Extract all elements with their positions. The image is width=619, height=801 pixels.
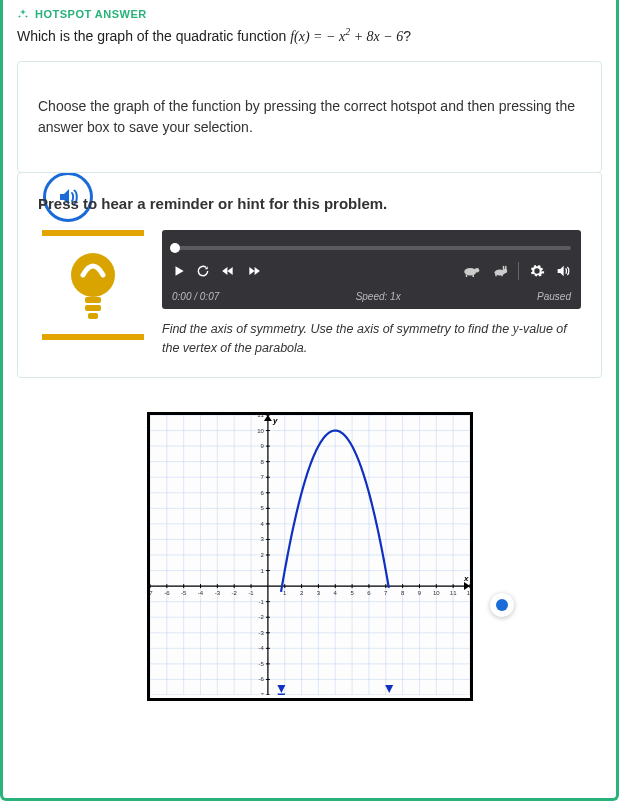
svg-text:-5: -5: [181, 590, 187, 596]
hint-body: Find the axis of symmetry. Use the axis …: [162, 319, 581, 357]
gear-icon: [529, 263, 545, 279]
rewind-icon: [220, 264, 236, 278]
question-formula: f(x) = − x2 + 8x − 6: [290, 29, 403, 44]
play-icon: [172, 264, 186, 278]
svg-text:12: 12: [466, 590, 469, 596]
svg-rect-7: [473, 274, 475, 276]
forward-icon: [246, 264, 262, 278]
player-state: Paused: [537, 291, 571, 302]
instruction-card: Choose the graph of the function by pres…: [17, 61, 602, 173]
audio-player: 0:00 / 0:07 Speed: 1x Paused: [162, 230, 581, 309]
svg-text:-3: -3: [258, 630, 264, 636]
question-suffix: ?: [403, 28, 411, 44]
svg-text:-2: -2: [231, 590, 237, 596]
svg-text:4: 4: [333, 590, 337, 596]
player-time: 0:00 / 0:07: [172, 291, 219, 302]
volume-icon: [555, 263, 571, 279]
volume-button[interactable]: [555, 263, 571, 279]
fast-button[interactable]: [490, 264, 508, 278]
question-type-label: HOTSPOT ANSWER: [35, 8, 147, 20]
svg-text:x: x: [463, 574, 469, 583]
settings-button[interactable]: [529, 263, 545, 279]
turtle-icon: [462, 264, 480, 278]
svg-text:10: 10: [432, 590, 439, 596]
svg-point-5: [475, 268, 480, 273]
instruction-text: Choose the graph of the function by pres…: [38, 96, 581, 138]
player-speed: Speed: 1x: [219, 291, 537, 302]
svg-text:-6: -6: [164, 590, 170, 596]
question-stem: Which is the graph of the quadratic func…: [17, 26, 602, 45]
svg-rect-11: [505, 265, 507, 270]
hint-thumbnail: [38, 230, 148, 340]
slow-button[interactable]: [462, 264, 480, 278]
svg-text:11: 11: [449, 590, 456, 596]
svg-text:-1: -1: [248, 590, 254, 596]
hint-card: Press to hear a reminder or hint for thi…: [17, 172, 602, 378]
svg-text:-7: -7: [258, 692, 264, 695]
svg-rect-1: [85, 297, 101, 303]
svg-text:-2: -2: [258, 614, 264, 620]
svg-text:-4: -4: [258, 645, 264, 651]
forward-button[interactable]: [246, 264, 262, 278]
svg-rect-12: [495, 274, 497, 276]
graph-container: xy-7-6-5-4-3-2-1123456789101112-7-6-5-4-…: [17, 412, 602, 701]
control-divider: [518, 262, 519, 280]
svg-text:-3: -3: [214, 590, 220, 596]
progress-knob[interactable]: [170, 243, 180, 253]
svg-rect-6: [466, 274, 468, 276]
sparkle-icon: [17, 8, 29, 20]
svg-text:-6: -6: [258, 677, 264, 683]
svg-text:y: y: [271, 416, 277, 425]
svg-text:3: 3: [316, 590, 320, 596]
svg-text:-5: -5: [258, 661, 264, 667]
svg-text:9: 9: [417, 590, 421, 596]
reload-button[interactable]: [196, 264, 210, 278]
svg-rect-3: [88, 313, 98, 319]
svg-point-4: [464, 268, 476, 276]
rewind-button[interactable]: [220, 264, 236, 278]
reload-icon: [196, 264, 210, 278]
svg-text:7: 7: [384, 590, 388, 596]
question-type-header: HOTSPOT ANSWER: [17, 8, 602, 20]
hint-body-prefix: Find the axis of symmetry. Use the axis …: [162, 322, 513, 336]
progress-bar[interactable]: [172, 246, 571, 250]
question-prefix: Which is the graph of the quadratic func…: [17, 28, 290, 44]
svg-rect-10: [503, 265, 505, 270]
play-button[interactable]: [172, 264, 186, 278]
graph-option-1[interactable]: xy-7-6-5-4-3-2-1123456789101112-7-6-5-4-…: [147, 412, 473, 701]
svg-rect-13: [501, 274, 503, 276]
graph-plot: xy-7-6-5-4-3-2-1123456789101112-7-6-5-4-…: [150, 415, 470, 695]
rabbit-icon: [490, 264, 508, 278]
svg-text:8: 8: [400, 590, 404, 596]
svg-rect-2: [85, 305, 101, 311]
svg-text:6: 6: [367, 590, 371, 596]
svg-text:10: 10: [257, 428, 264, 434]
svg-text:-1: -1: [258, 599, 264, 605]
svg-text:5: 5: [350, 590, 354, 596]
svg-text:11: 11: [257, 415, 264, 418]
lightbulb-icon: [58, 245, 128, 325]
svg-point-0: [71, 253, 115, 297]
svg-text:-7: -7: [150, 590, 153, 596]
svg-text:1: 1: [283, 590, 287, 596]
hotspot-selector[interactable]: [490, 593, 514, 617]
svg-text:-4: -4: [197, 590, 203, 596]
svg-text:2: 2: [299, 590, 303, 596]
hint-title: Press to hear a reminder or hint for thi…: [38, 195, 581, 212]
